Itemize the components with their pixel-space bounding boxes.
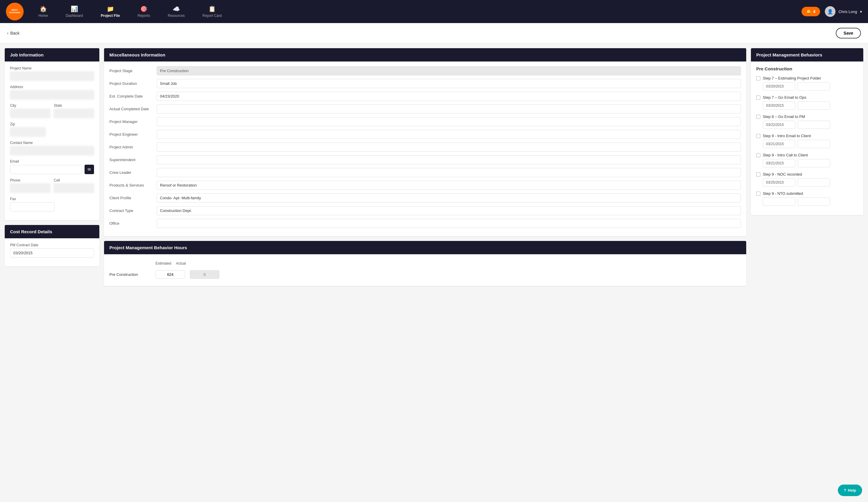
crew-leader-row: Crew Leader [110,168,741,177]
nav-reports-label: Reports [137,13,150,18]
email-input[interactable] [10,165,82,174]
est-complete-date-input[interactable] [157,92,741,101]
step-7a-date1[interactable] [763,82,795,91]
nav-dashboard[interactable]: 📊 Dashboard [57,2,92,21]
step-7b-date1[interactable] [763,101,795,110]
contact-name-group: Contact Name [10,141,94,155]
contract-type-input[interactable] [157,206,741,215]
state-input[interactable] [54,109,94,118]
avatar: 👤 [825,6,836,17]
email-row: ✉ [10,165,94,174]
actual-col-header: Actual [176,262,186,266]
email-button[interactable]: ✉ [84,165,94,174]
chevron-left-icon: ‹ [7,31,9,35]
phone-input[interactable] [10,184,50,193]
step-8-checkbox[interactable] [756,115,761,119]
misc-info-body: Project Stage Project Duration Est. Comp… [104,61,746,236]
notification-button[interactable]: 🔔 4 [802,7,820,16]
step-9c: Step 9 - NOC recorded [756,172,858,186]
phone-group: Phone [10,178,50,193]
address-label: Address [10,85,94,89]
left-column: Job Information Project Name Address Cit… [5,48,99,266]
step-7b-dates [763,101,858,110]
step-7b-header: Step 7 – Go Email to Ops [756,95,858,100]
step-8-dates [763,121,858,129]
step-8-header: Step 8 – Go Email to PM [756,114,858,119]
nav-report-card[interactable]: 📋 Report Card [194,2,230,21]
client-profile-input[interactable] [157,193,741,203]
project-manager-input[interactable] [157,117,741,126]
nav-project-file[interactable]: 📁 Project File [92,2,129,21]
user-name: Chris Long [838,9,857,14]
email-label: Email [10,159,94,164]
step-9c-checkbox[interactable] [756,172,761,176]
cell-group: Cell [54,178,94,193]
fax-label: Fax [10,197,94,201]
step-8-date1[interactable] [763,121,795,129]
project-stage-input[interactable] [157,66,741,75]
estimated-hours-input[interactable] [155,270,185,279]
step-9a-date1[interactable] [763,140,795,148]
breadcrumb-bar: ‹ Back Save [0,23,868,43]
estimated-label: Estimated [155,262,171,266]
contract-type-label: Contract Type [110,208,157,213]
pre-construction-hours-row: Pre Construction [110,268,741,281]
nav-resources[interactable]: ☁️ Resources [159,2,193,21]
step-9d-date1[interactable] [763,197,795,206]
project-manager-row: Project Manager [110,117,741,126]
middle-column: Miscellaneous Information Project Stage … [104,48,746,286]
step-9b-date1[interactable] [763,159,795,167]
office-input[interactable] [157,219,741,228]
contact-name-label: Contact Name [10,141,94,145]
step-7a-date2[interactable] [798,82,830,91]
step-9d-date2[interactable] [798,197,830,206]
reports-icon: 🎯 [140,5,147,12]
step-9d-header: Step 9 - NTO submitted [756,191,858,196]
project-duration-input[interactable] [157,79,741,88]
city-label: City [10,103,50,107]
superintendent-input[interactable] [157,155,741,164]
office-label: Office [110,221,157,226]
pm-contract-date-input[interactable] [10,248,94,257]
zip-group: Zip [10,122,94,136]
zip-input[interactable] [10,127,45,136]
step-9d-checkbox[interactable] [756,192,761,196]
step-7a-checkbox[interactable] [756,76,761,80]
project-name-input[interactable] [10,72,94,81]
user-menu[interactable]: 👤 Chris Long ▾ [825,6,862,17]
save-button[interactable]: Save [836,28,861,39]
address-input[interactable] [10,90,94,99]
step-7b-date2[interactable] [798,101,830,110]
step-9a-checkbox[interactable] [756,134,761,138]
step-9c-date1[interactable] [763,178,795,186]
nav-reports[interactable]: 🎯 Reports [128,2,159,21]
job-information-panel: Job Information Project Name Address Cit… [5,48,99,220]
nav-home[interactable]: 🏠 Home [30,2,57,21]
step-9b-checkbox[interactable] [756,153,761,157]
step-9b-date2[interactable] [798,159,830,167]
crew-leader-input[interactable] [157,168,741,177]
back-label: Back [10,31,20,35]
cell-input[interactable] [54,184,94,193]
step-8-date2[interactable] [798,121,830,129]
nav-report-card-label: Report Card [203,13,222,18]
project-engineer-input[interactable] [157,130,741,139]
back-link[interactable]: ‹ Back [7,31,20,35]
step-9c-date2[interactable] [798,178,830,186]
estimated-col-header: Estimated [155,262,171,266]
fax-input[interactable] [10,202,54,212]
resources-icon: ☁️ [173,5,180,12]
step-9a-date2[interactable] [798,140,830,148]
cost-record-header: Cost Record Details [5,225,99,238]
behavior-hours-body: Estimated Actual Pre Construction [104,254,746,286]
products-services-row: Products & Services [110,181,741,190]
products-services-input[interactable] [157,181,741,190]
contact-name-input[interactable] [10,146,94,155]
project-admin-input[interactable] [157,143,741,152]
state-label: State [54,103,94,107]
pre-construction-label: Pre Construction [110,272,151,277]
city-input[interactable] [10,109,50,118]
actual-completed-date-input[interactable] [157,104,741,113]
actual-hours-input[interactable] [190,270,219,279]
step-7b-checkbox[interactable] [756,95,761,100]
